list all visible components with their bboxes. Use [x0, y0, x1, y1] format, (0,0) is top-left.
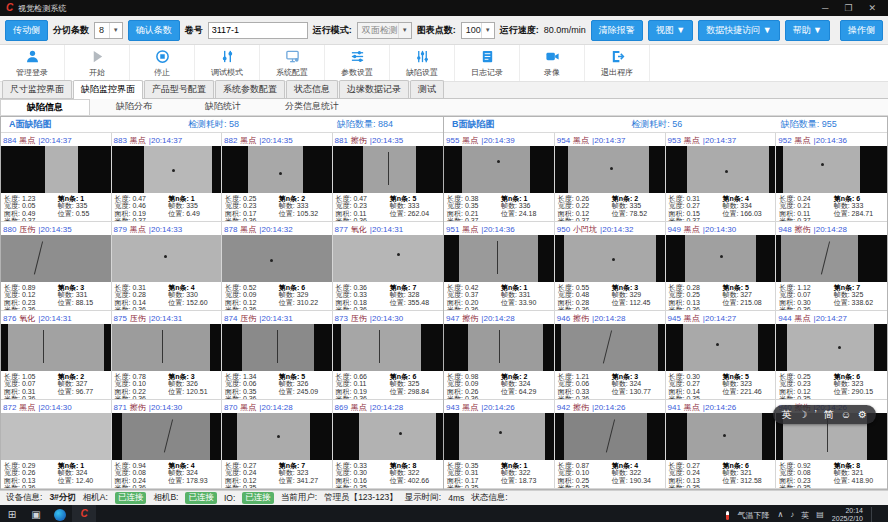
defect-cell-944[interactable]: 944 黑点 |20:14:27 长度: 0.25 宽度: 0.23 面积: 0… [776, 311, 887, 400]
tab-3[interactable]: 系统参数配置 [215, 80, 285, 98]
defect-image[interactable] [1, 324, 111, 371]
subtab-2[interactable]: 缺陷统计 [179, 99, 268, 115]
help-menu-button[interactable]: 帮助 ▼ [785, 20, 830, 41]
defect-cell-948[interactable]: 948 擦伤 |20:14:28 长度: 1.12 宽度: 0.07 面积: 0… [776, 222, 887, 311]
defect-cell-870[interactable]: 870 黑点 |20:14:28 长度: 0.27 宽度: 0.24 面积: 0… [222, 400, 333, 489]
ime-item-5[interactable]: ⚙ [858, 409, 867, 420]
defect-image[interactable] [666, 413, 776, 460]
defect-cell-879[interactable]: 879 黑点 |20:14:33 长度: 0.31 宽度: 0.28 面积: 0… [112, 222, 223, 311]
ime-item-3[interactable]: 简 [824, 408, 834, 422]
defect-cell-949[interactable]: 949 黑点 |20:14:30 长度: 0.28 宽度: 0.25 面积: 0… [666, 222, 777, 311]
defect-cell-869[interactable]: 869 黑点 |20:14:28 长度: 0.33 宽度: 0.30 面积: 0… [333, 400, 444, 489]
active-app-taskbar-icon[interactable]: C [72, 505, 96, 522]
toolbar-button-params[interactable]: 参数设置 [325, 45, 390, 81]
tab-1[interactable]: 缺陷监控界面 [73, 80, 143, 99]
defect-cell-884[interactable]: 884 黑点 |20:14:37 长度: 1.23 宽度: 0.05 面积: 0… [1, 133, 112, 222]
defect-image[interactable] [112, 146, 222, 193]
tray-icon-0[interactable]: ∧ [777, 510, 783, 521]
defect-cell-883[interactable]: 883 黑点 |20:14:37 长度: 0.47 宽度: 0.46 面积: 0… [112, 133, 223, 222]
defect-image[interactable] [666, 235, 776, 282]
defect-cell-880[interactable]: 880 压伤 |20:14:35 长度: 0.89 宽度: 0.12 面积: 0… [1, 222, 112, 311]
defect-image[interactable] [333, 235, 444, 282]
action-center-icon[interactable] [871, 507, 882, 522]
defect-image[interactable] [555, 235, 665, 282]
slit-count-select[interactable]: 8▼ [94, 22, 123, 39]
defect-image[interactable] [1, 235, 111, 282]
start-button-icon[interactable]: ⊞ [0, 505, 24, 522]
toolbar-button-record[interactable]: 录像 [520, 45, 585, 81]
tab-4[interactable]: 状态信息 [286, 80, 338, 98]
defect-image[interactable] [776, 324, 887, 371]
subtab-1[interactable]: 缺陷分布 [90, 99, 179, 115]
tab-5[interactable]: 边缘数据记录 [339, 80, 409, 98]
tab-0[interactable]: 尺寸监控界面 [2, 80, 72, 98]
toolbar-button-log[interactable]: 日志记录 [455, 45, 520, 81]
defect-cell-946[interactable]: 946 擦伤 |20:14:28 长度: 1.21 宽度: 0.06 面积: 0… [555, 311, 666, 400]
defect-cell-947[interactable]: 947 擦伤 |20:14:28 长度: 0.98 宽度: 0.09 面积: 0… [444, 311, 555, 400]
transmission-side-button[interactable]: 传动侧 [5, 20, 48, 41]
defect-image[interactable] [444, 146, 554, 193]
weather-text[interactable]: 气温下降 [737, 510, 769, 521]
defect-cell-945[interactable]: 945 黑点 |20:14:27 长度: 0.30 宽度: 0.27 面积: 0… [666, 311, 777, 400]
defect-image[interactable] [666, 146, 776, 193]
subtab-0[interactable]: 缺陷信息 [0, 99, 90, 115]
defect-cell-873[interactable]: 873 压伤 |20:14:30 长度: 0.66 宽度: 0.11 面积: 0… [333, 311, 444, 400]
roll-number-input[interactable] [208, 22, 308, 39]
edge-browser-icon[interactable] [54, 509, 66, 521]
ime-item-1[interactable]: ☽ [799, 409, 808, 420]
maximize-button[interactable]: ❐ [844, 3, 852, 13]
defect-image[interactable] [222, 146, 332, 193]
run-mode-select[interactable]: 双面检测▼ [357, 22, 412, 39]
defect-cell-955[interactable]: 955 黑点 |20:14:39 长度: 0.38 宽度: 0.35 面积: 0… [444, 133, 555, 222]
tray-icon-1[interactable]: ♪ [790, 510, 794, 521]
defect-image[interactable] [555, 146, 665, 193]
defect-image[interactable] [333, 146, 444, 193]
defect-cell-953[interactable]: 953 黑点 |20:14:37 长度: 0.31 宽度: 0.27 面积: 0… [666, 133, 777, 222]
defect-cell-882[interactable]: 882 黑点 |20:14:35 长度: 0.25 宽度: 0.23 面积: 0… [222, 133, 333, 222]
defect-cell-954[interactable]: 954 黑点 |20:14:37 长度: 0.26 宽度: 0.22 面积: 0… [555, 133, 666, 222]
minimize-button[interactable]: ─ [822, 3, 828, 13]
defect-cell-943[interactable]: 943 黑点 |20:14:26 长度: 0.35 宽度: 0.31 面积: 0… [444, 400, 555, 489]
defect-image[interactable] [333, 324, 444, 371]
defect-image[interactable] [112, 413, 222, 460]
defect-image[interactable] [222, 324, 332, 371]
ime-item-0[interactable]: 英 [782, 408, 792, 422]
defect-cell-876[interactable]: 876 氧化 |20:14:31 长度: 1.05 宽度: 0.07 面积: 0… [1, 311, 112, 400]
defect-cell-951[interactable]: 951 黑点 |20:14:36 长度: 0.42 宽度: 0.37 面积: 0… [444, 222, 555, 311]
subtab-3[interactable]: 分类信息统计 [268, 99, 357, 115]
defect-cell-952[interactable]: 952 黑点 |20:14:36 长度: 0.24 宽度: 0.21 面积: 0… [776, 133, 887, 222]
defect-image[interactable] [444, 235, 554, 282]
defect-image[interactable] [776, 146, 887, 193]
view-menu-button[interactable]: 视图 ▼ [648, 20, 693, 41]
defect-cell-872[interactable]: 872 黑点 |20:14:30 长度: 0.29 宽度: 0.26 面积: 0… [1, 400, 112, 489]
toolbar-button-user[interactable]: 管理登录 [0, 45, 65, 81]
tab-2[interactable]: 产品型号配置 [144, 80, 214, 98]
toolbar-button-debug[interactable]: 调试模式 [195, 45, 260, 81]
ime-item-2[interactable]: ’ [815, 409, 817, 420]
defect-image[interactable] [222, 413, 332, 460]
clear-alarm-button[interactable]: 清除报警 [591, 20, 643, 41]
defect-cell-875[interactable]: 875 压伤 |20:14:31 长度: 0.78 宽度: 0.10 面积: 0… [112, 311, 223, 400]
tab-6[interactable]: 测试 [410, 80, 444, 98]
defect-cell-881[interactable]: 881 擦伤 |20:14:35 长度: 0.47 宽度: 0.23 面积: 0… [333, 133, 444, 222]
defect-cell-878[interactable]: 878 黑点 |20:14:32 长度: 0.52 宽度: 0.09 面积: 0… [222, 222, 333, 311]
task-view-icon[interactable]: ▣ [24, 505, 48, 522]
operation-side-button[interactable]: 操作侧 [840, 20, 883, 41]
defect-image[interactable] [1, 413, 111, 460]
defect-image[interactable] [112, 235, 222, 282]
toolbar-button-stop[interactable]: 停止 [130, 45, 195, 81]
defect-image[interactable] [555, 413, 665, 460]
toolbar-button-defect-settings[interactable]: 缺陷设置 [390, 45, 455, 81]
toolbar-button-system-config[interactable]: 系统配置 [260, 45, 325, 81]
tray-icon-2[interactable]: 英 [801, 510, 809, 521]
close-button[interactable]: ✕ [868, 3, 876, 13]
data-quick-access-button[interactable]: 数据快捷访问 ▼ [698, 20, 779, 41]
clock[interactable]: 20:14 2025/2/10 [832, 507, 863, 522]
defect-image[interactable] [112, 324, 222, 371]
defect-cell-950[interactable]: 950 小凹坑 |20:14:32 长度: 0.55 宽度: 0.48 面积: … [555, 222, 666, 311]
chart-points-select[interactable]: 100▼ [461, 22, 495, 39]
defect-image[interactable] [776, 235, 887, 282]
ime-item-4[interactable]: ☺ [841, 409, 851, 420]
defect-cell-942[interactable]: 942 擦伤 |20:14:26 长度: 0.87 宽度: 0.10 面积: 0… [555, 400, 666, 489]
defect-image[interactable] [555, 324, 665, 371]
